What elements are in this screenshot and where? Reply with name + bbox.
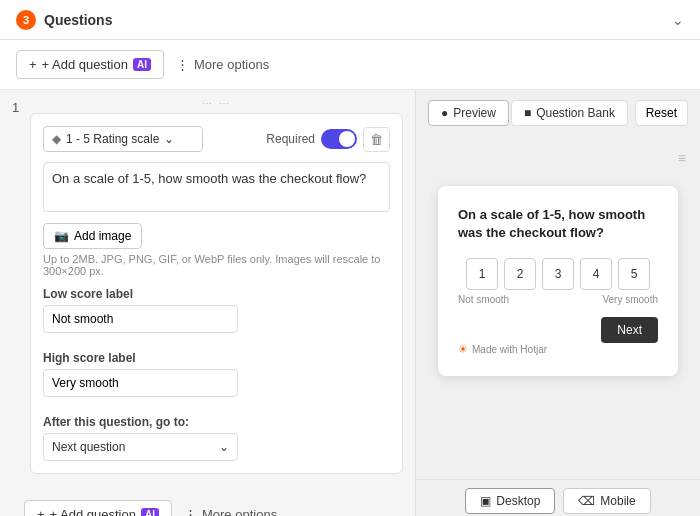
goto-select[interactable]: Next question ⌄ — [43, 433, 238, 461]
main-layout: 1 ⋯ ⋯ ◆ 1 - 5 Rating scale ⌄ — [0, 90, 700, 516]
survey-question-text: On a scale of 1-5, how smooth was the ch… — [458, 206, 658, 242]
footer-more-options-button[interactable]: ⋮ More options — [180, 501, 281, 516]
footer-plus-icon: + — [37, 507, 45, 516]
high-rating-label: Very smooth — [602, 294, 658, 305]
rating-btn-2[interactable]: 2 — [504, 258, 536, 290]
question-block-1: 1 ⋯ ⋯ ◆ 1 - 5 Rating scale ⌄ — [0, 90, 415, 482]
footer-ai-badge: AI — [141, 508, 159, 516]
monitor-icon: ● — [441, 106, 448, 120]
mobile-button[interactable]: ⌫ Mobile — [563, 488, 650, 514]
survey-card: On a scale of 1-5, how smooth was the ch… — [438, 186, 678, 376]
desktop-icon: ▣ — [480, 494, 491, 508]
delete-question-button[interactable]: 🗑 — [363, 127, 390, 152]
preview-tabs: ● Preview ■ Question Bank — [428, 100, 628, 126]
desktop-button[interactable]: ▣ Desktop — [465, 488, 555, 514]
rating-icon: ◆ — [52, 132, 61, 146]
question-type-row: ◆ 1 - 5 Rating scale ⌄ Required 🗑 — [43, 126, 390, 152]
footer-add-label: + Add question — [50, 507, 136, 516]
add-image-button[interactable]: 📷 Add image — [43, 223, 142, 249]
rating-labels: Not smooth Very smooth — [458, 294, 658, 305]
question-content-1: ⋯ ⋯ ◆ 1 - 5 Rating scale ⌄ Required — [30, 98, 403, 474]
add-image-row: 📷 Add image — [43, 223, 390, 249]
low-score-title: Low score label — [43, 287, 390, 301]
high-score-section: High score label — [43, 351, 390, 405]
preview-tab-label: Preview — [453, 106, 496, 120]
question-type-label: 1 - 5 Rating scale — [66, 132, 159, 146]
more-options-label: More options — [194, 57, 269, 72]
plus-icon: + — [29, 57, 37, 72]
chevron-down-icon[interactable]: ⌄ — [672, 12, 684, 28]
question-number-row-1: 1 ⋯ ⋯ ◆ 1 - 5 Rating scale ⌄ — [0, 98, 403, 474]
device-bar: ▣ Desktop ⌫ Mobile — [416, 479, 700, 516]
left-panel: 1 ⋯ ⋯ ◆ 1 - 5 Rating scale ⌄ — [0, 90, 415, 516]
desktop-label: Desktop — [496, 494, 540, 508]
more-options-button[interactable]: ⋮ More options — [172, 51, 273, 78]
next-button[interactable]: Next — [601, 317, 658, 343]
low-score-input[interactable] — [43, 305, 238, 333]
hotjar-logo-icon: ☀ — [458, 343, 468, 356]
page-title: Questions — [44, 12, 112, 28]
add-question-footer-button[interactable]: + + Add question AI — [24, 500, 172, 516]
goto-title: After this question, go to: — [43, 415, 390, 429]
right-panel: ● Preview ■ Question Bank Reset ≡ On a s… — [415, 90, 700, 516]
tab-question-bank[interactable]: ■ Question Bank — [511, 100, 628, 126]
footer-dots-icon: ⋮ — [184, 507, 197, 516]
hotjar-footer: ☀ Made with Hotjar — [458, 343, 658, 356]
question-type-select[interactable]: ◆ 1 - 5 Rating scale ⌄ — [43, 126, 203, 152]
image-hint: Up to 2MB. JPG, PNG, GIF, or WebP files … — [43, 253, 390, 277]
high-score-input[interactable] — [43, 369, 238, 397]
mobile-icon: ⌫ — [578, 494, 595, 508]
goto-chevron-icon: ⌄ — [219, 440, 229, 454]
question-bank-tab-label: Question Bank — [536, 106, 615, 120]
rating-btn-5[interactable]: 5 — [618, 258, 650, 290]
rating-row: 1 2 3 4 5 — [458, 258, 658, 290]
low-rating-label: Not smooth — [458, 294, 509, 305]
rating-btn-4[interactable]: 4 — [580, 258, 612, 290]
add-question-button[interactable]: + + Add question AI — [16, 50, 164, 79]
goto-section: After this question, go to: Next questio… — [43, 415, 390, 461]
high-score-title: High score label — [43, 351, 390, 365]
rating-btn-3[interactable]: 3 — [542, 258, 574, 290]
goto-value: Next question — [52, 440, 125, 454]
select-chevron-icon: ⌄ — [164, 132, 174, 146]
page-header: 3 Questions ⌄ — [0, 0, 700, 40]
add-image-label: Add image — [74, 229, 131, 243]
main-toolbar: + + Add question AI ⋮ More options — [0, 40, 700, 90]
preview-area: ≡ On a scale of 1-5, how smooth was the … — [416, 136, 700, 479]
low-score-section: Low score label — [43, 287, 390, 341]
tab-preview[interactable]: ● Preview — [428, 100, 509, 126]
footer-more-label: More options — [202, 507, 277, 516]
mobile-label: Mobile — [600, 494, 635, 508]
required-label: Required — [266, 132, 315, 146]
rating-btn-1[interactable]: 1 — [466, 258, 498, 290]
question-number-1: 1 — [12, 100, 24, 115]
preview-drag-icon: ≡ — [678, 150, 686, 166]
drag-handle-icon: ⋯ ⋯ — [202, 98, 231, 109]
dots-icon: ⋮ — [176, 57, 189, 72]
add-question-label: + Add question — [42, 57, 128, 72]
add-question-footer: + + Add question AI ⋮ More options — [0, 490, 415, 516]
required-toggle[interactable] — [321, 129, 357, 149]
drag-handle-row: ⋯ ⋯ — [30, 98, 403, 109]
question-textarea[interactable]: On a scale of 1-5, how smooth was the ch… — [43, 162, 390, 212]
required-row: Required 🗑 — [266, 127, 390, 152]
ai-badge: AI — [133, 58, 151, 71]
question-inner-1: ◆ 1 - 5 Rating scale ⌄ Required 🗑 — [30, 113, 403, 474]
preview-toolbar: ● Preview ■ Question Bank Reset — [416, 90, 700, 136]
reset-button[interactable]: Reset — [635, 100, 688, 126]
header-left: 3 Questions — [16, 10, 112, 30]
image-icon: 📷 — [54, 229, 69, 243]
bank-icon: ■ — [524, 106, 531, 120]
questions-badge: 3 — [16, 10, 36, 30]
hotjar-label: Made with Hotjar — [472, 344, 547, 355]
